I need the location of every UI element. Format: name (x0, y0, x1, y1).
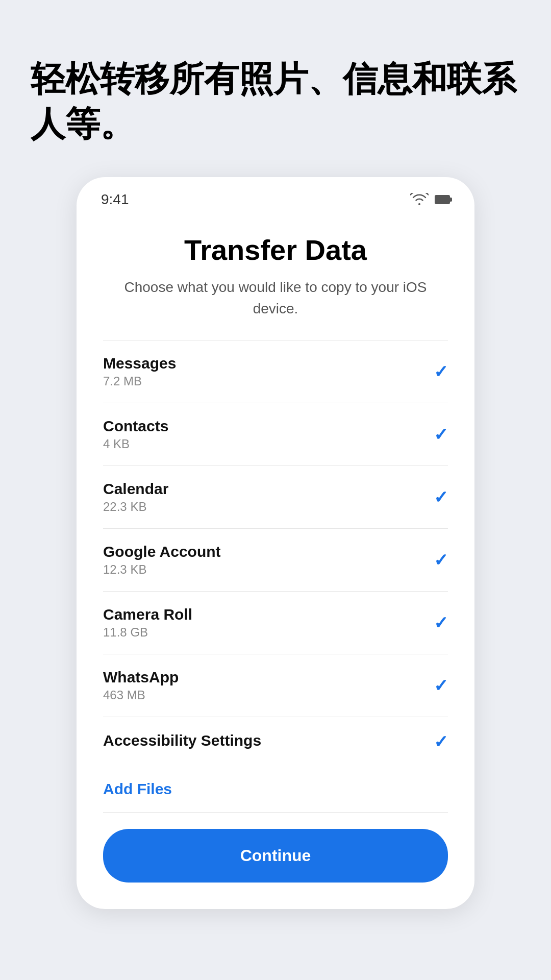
item-size: 22.3 KB (103, 500, 168, 514)
add-files-button[interactable]: Add Files (103, 780, 172, 798)
item-name: WhatsApp (103, 669, 179, 686)
list-item[interactable]: Camera Roll11.8 GB✓ (103, 592, 448, 654)
list-item[interactable]: Contacts4 KB✓ (103, 403, 448, 466)
item-info: Camera Roll11.8 GB (103, 606, 192, 640)
item-size: 11.8 GB (103, 625, 192, 640)
list-item[interactable]: WhatsApp463 MB✓ (103, 654, 448, 717)
item-info: Messages7.2 MB (103, 355, 176, 388)
status-time: 9:41 (101, 191, 129, 208)
item-name: Camera Roll (103, 606, 192, 623)
battery-icon (435, 195, 450, 204)
checkmark-icon: ✓ (434, 731, 448, 752)
checkmark-icon: ✓ (434, 612, 448, 633)
item-name: Calendar (103, 480, 168, 498)
phone-card: 9:41 Transfer Data Choose what you would… (77, 177, 474, 909)
item-info: Google Account12.3 KB (103, 543, 221, 577)
item-size: 12.3 KB (103, 562, 221, 577)
add-files-row: Add Files (103, 766, 448, 813)
continue-button[interactable]: Continue (103, 829, 448, 883)
item-name: Accessibility Settings (103, 732, 261, 749)
item-info: WhatsApp463 MB (103, 669, 179, 702)
card-title: Transfer Data (103, 233, 448, 266)
wifi-icon (410, 193, 429, 206)
card-subtitle: Choose what you would like to copy to yo… (103, 277, 448, 320)
checkmark-icon: ✓ (434, 361, 448, 382)
item-info: Contacts4 KB (103, 418, 168, 451)
item-info: Accessibility Settings (103, 732, 261, 751)
item-name: Google Account (103, 543, 221, 560)
checkmark-icon: ✓ (434, 550, 448, 570)
checkmark-icon: ✓ (434, 487, 448, 507)
page-headline: 轻松转移所有照片、信息和联系人等。 (0, 56, 551, 146)
status-bar: 9:41 (77, 177, 474, 213)
checkmark-icon: ✓ (434, 675, 448, 696)
item-info: Calendar22.3 KB (103, 480, 168, 514)
status-icons (410, 193, 450, 206)
item-size: 7.2 MB (103, 374, 176, 388)
item-name: Messages (103, 355, 176, 372)
item-size: 4 KB (103, 437, 168, 451)
data-list: Messages7.2 MB✓Contacts4 KB✓Calendar22.3… (103, 340, 448, 766)
list-item[interactable]: Google Account12.3 KB✓ (103, 529, 448, 592)
card-content: Transfer Data Choose what you would like… (77, 213, 474, 813)
checkmark-icon: ✓ (434, 424, 448, 445)
list-item[interactable]: Calendar22.3 KB✓ (103, 466, 448, 529)
item-name: Contacts (103, 418, 168, 435)
list-item[interactable]: Messages7.2 MB✓ (103, 340, 448, 403)
item-size: 463 MB (103, 688, 179, 702)
list-item[interactable]: Accessibility Settings✓ (103, 717, 448, 766)
